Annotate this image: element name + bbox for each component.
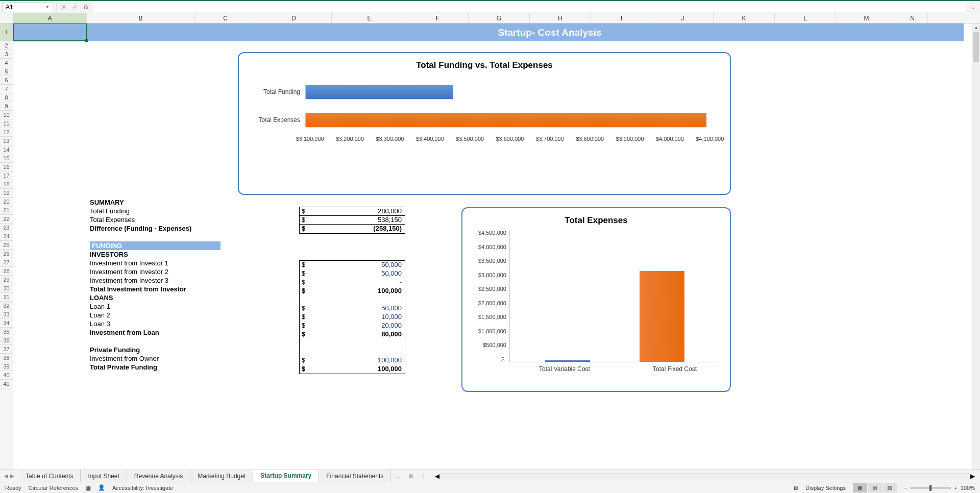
row-header-28[interactable]: 28 (0, 267, 13, 276)
column-header-J[interactable]: J (652, 13, 714, 23)
view-page-break-icon[interactable]: ▥ (883, 483, 897, 492)
column-header-B[interactable]: B (87, 13, 195, 23)
row-header-22[interactable]: 22 (0, 215, 13, 224)
row-header-13[interactable]: 13 (0, 137, 13, 145)
formula-input[interactable] (93, 2, 966, 12)
row-header-2[interactable]: 2 (0, 41, 13, 50)
column-header-D[interactable]: D (256, 13, 332, 23)
scroll-thumb[interactable] (973, 32, 979, 62)
row-header-16[interactable]: 16 (0, 163, 13, 171)
column-header-A[interactable]: A (13, 13, 87, 23)
zoom-level[interactable]: 100% (961, 485, 975, 491)
column-header-M[interactable]: M (836, 13, 897, 23)
column-header-K[interactable]: K (714, 13, 775, 23)
hscroll-right-icon[interactable]: ▶ (970, 473, 975, 480)
row-header-8[interactable]: 8 (0, 93, 13, 102)
chart1-x-tick: $4,100,000 (690, 136, 730, 142)
column-header-N[interactable]: N (897, 13, 928, 23)
macro-record-icon[interactable]: ▦ (85, 484, 91, 491)
column-header-L[interactable]: L (775, 13, 836, 23)
column-header-G[interactable]: G (469, 13, 530, 23)
accessibility-icon[interactable]: 👤 (98, 484, 105, 491)
sheet-tab[interactable]: Table of Contents (18, 470, 81, 482)
vertical-scrollbar[interactable]: ▲ ▼ (972, 23, 980, 480)
column-header-C[interactable]: C (195, 13, 256, 23)
sheet-area[interactable]: Startup- Cost Analysis Total Funding vs.… (13, 23, 980, 473)
row-header-18[interactable]: 18 (0, 180, 13, 189)
status-display-settings[interactable]: Display Settings (805, 485, 846, 491)
row-header-35[interactable]: 35 (0, 328, 13, 336)
row-header-6[interactable]: 6 (0, 76, 13, 85)
cancel-icon[interactable]: ✕ (60, 3, 68, 11)
display-settings-icon[interactable]: 🖥 (793, 485, 798, 491)
row-header-19[interactable]: 19 (0, 189, 13, 198)
row-header-25[interactable]: 25 (0, 241, 13, 250)
status-accessibility[interactable]: Accessibility: Investigate (112, 485, 173, 491)
zoom-out-icon[interactable]: − (904, 485, 907, 491)
accept-icon[interactable]: ✓ (71, 3, 79, 11)
hscroll-left-icon[interactable]: ◀ (435, 473, 439, 480)
fx-icon[interactable]: fx (82, 3, 90, 11)
row-header-24[interactable]: 24 (0, 232, 13, 241)
scroll-up-icon[interactable]: ▲ (972, 23, 980, 32)
row-header-1[interactable]: 1 (0, 23, 13, 41)
row-header-40[interactable]: 40 (0, 371, 13, 380)
row-header-3[interactable]: 3 (0, 50, 13, 59)
row-header-9[interactable]: 9 (0, 102, 13, 111)
row-header-10[interactable]: 10 (0, 111, 13, 119)
row-header-36[interactable]: 36 (0, 336, 13, 345)
column-header-F[interactable]: F (407, 13, 469, 23)
add-sheet-icon[interactable]: ⊕ (404, 473, 418, 480)
sheet-tab[interactable]: Startup Summary (253, 470, 319, 482)
row-header-11[interactable]: 11 (0, 119, 13, 128)
tab-nav-next-icon[interactable]: ▶ (10, 473, 14, 479)
sheet-tab[interactable]: Financial Statements (319, 470, 391, 482)
expand-formula-bar-icon[interactable]: ⌄ (969, 4, 978, 10)
select-all-triangle[interactable] (0, 13, 13, 23)
sheet-tab[interactable]: Marketing Budget (190, 470, 253, 482)
column-header-H[interactable]: H (530, 13, 591, 23)
row-header-15[interactable]: 15 (0, 154, 13, 163)
row-header-33[interactable]: 33 (0, 310, 13, 319)
name-box[interactable]: A1 ▼ (2, 2, 53, 12)
row-header-23[interactable]: 23 (0, 224, 13, 232)
chart1-x-tick: $3,200,000 (330, 136, 370, 142)
row-header-12[interactable]: 12 (0, 128, 13, 137)
row-header-4[interactable]: 4 (0, 59, 13, 67)
value-row: $80,000 (300, 330, 405, 339)
row-header-37[interactable]: 37 (0, 345, 13, 354)
row-header-7[interactable]: 7 (0, 85, 13, 93)
view-page-layout-icon[interactable]: ▤ (868, 483, 882, 492)
row-header-38[interactable]: 38 (0, 354, 13, 362)
row-header-41[interactable]: 41 (0, 380, 13, 388)
zoom-slider[interactable] (910, 487, 951, 489)
row-header-20[interactable]: 20 (0, 198, 13, 206)
row-header-14[interactable]: 14 (0, 145, 13, 154)
tab-nav-prev-icon[interactable]: ◀ (4, 473, 8, 479)
sheet-tab[interactable]: Input Sheet (81, 470, 127, 482)
row-header-5[interactable]: 5 (0, 67, 13, 76)
row-header-30[interactable]: 30 (0, 284, 13, 293)
row-header-21[interactable]: 21 (0, 206, 13, 215)
row-header-31[interactable]: 31 (0, 293, 13, 302)
chart-funding-vs-expenses[interactable]: Total Funding vs. Total Expenses Total F… (238, 52, 731, 195)
row-header-27[interactable]: 27 (0, 258, 13, 267)
row-header-32[interactable]: 32 (0, 302, 13, 310)
row-header-29[interactable]: 29 (0, 276, 13, 284)
horizontal-scrollbar[interactable] (439, 473, 970, 479)
tabs-more[interactable]: ... (391, 473, 404, 480)
row-header-17[interactable]: 17 (0, 171, 13, 180)
row-header-39[interactable]: 39 (0, 362, 13, 371)
summary-line (90, 233, 223, 241)
sheet-tab[interactable]: Revenue Analysis (127, 470, 190, 482)
chart-total-expenses[interactable]: Total Expenses $4,500,000$4,000,000$3,50… (461, 207, 731, 392)
chart1-x-tick: $3,400,000 (410, 136, 450, 142)
view-normal-icon[interactable]: ▦ (853, 483, 867, 492)
chevron-down-icon[interactable]: ▼ (45, 5, 50, 9)
value-row: $50,000 (300, 304, 405, 313)
row-header-34[interactable]: 34 (0, 319, 13, 328)
zoom-in-icon[interactable]: + (954, 485, 957, 491)
column-header-E[interactable]: E (332, 13, 407, 23)
column-header-I[interactable]: I (591, 13, 652, 23)
row-header-26[interactable]: 26 (0, 250, 13, 258)
